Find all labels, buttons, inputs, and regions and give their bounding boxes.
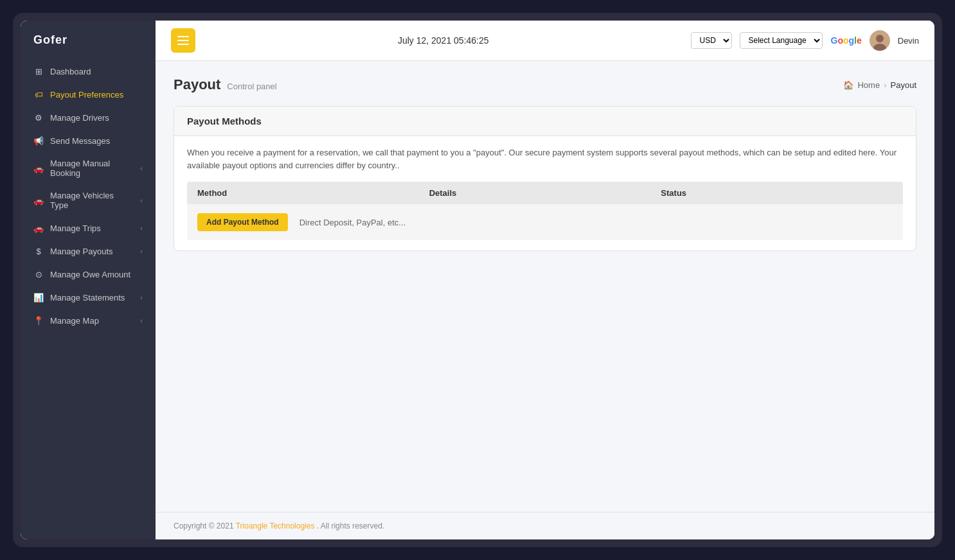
chevron-icon: ‹ bbox=[140, 247, 143, 255]
breadcrumb-separator: › bbox=[884, 80, 886, 90]
add-payout-method-button[interactable]: Add Payout Method bbox=[197, 213, 288, 231]
sidebar-item-manage-statements[interactable]: 📊 Manage Statements ‹ bbox=[21, 286, 156, 309]
app-logo: Gofer bbox=[21, 33, 156, 60]
page-subtitle: Control panel bbox=[227, 82, 276, 91]
page-title: Payout bbox=[174, 76, 220, 93]
manage-drivers-icon: ⚙ bbox=[33, 112, 44, 123]
manage-statements-icon: 📊 bbox=[33, 292, 44, 302]
sidebar-item-manage-drivers[interactable]: ⚙ Manage Drivers bbox=[21, 106, 156, 129]
send-messages-icon: 📢 bbox=[33, 136, 44, 146]
topbar: July 12, 2021 05:46:25 USD Select Langua… bbox=[156, 21, 934, 61]
sidebar-item-label: Manage Payouts bbox=[50, 247, 113, 256]
dashboard-icon: ⊞ bbox=[33, 66, 44, 76]
svg-rect-2 bbox=[177, 44, 189, 45]
footer: Copyright © 2021 Trioangle Technologies … bbox=[156, 512, 934, 539]
breadcrumb-current: Payout bbox=[891, 80, 916, 90]
sidebar-item-label: Dashboard bbox=[50, 67, 91, 76]
menu-button[interactable] bbox=[171, 28, 195, 53]
card-body: When you receive a payment for a reserva… bbox=[174, 136, 916, 250]
page-content: Payout Control panel 🏠 Home › Payout Pay… bbox=[156, 61, 934, 512]
footer-company-link[interactable]: Trioangle Technologies bbox=[236, 521, 315, 530]
sidebar-item-label: Manage Trips bbox=[50, 223, 101, 233]
avatar bbox=[870, 30, 890, 51]
datetime-display: July 12, 2021 05:46:25 bbox=[206, 35, 681, 46]
chevron-icon: ‹ bbox=[140, 293, 143, 301]
page-header: Payout Control panel 🏠 Home › Payout bbox=[174, 76, 916, 93]
username-label: Devin bbox=[898, 36, 919, 46]
manage-trips-icon: 🚗 bbox=[33, 223, 44, 233]
col-details: Details bbox=[429, 188, 661, 198]
sidebar: Gofer ⊞ Dashboard 🏷 Payout Preferences ⚙… bbox=[21, 21, 156, 539]
manage-map-icon: 📍 bbox=[33, 315, 44, 326]
footer-copyright: Copyright © 2021 bbox=[174, 521, 234, 530]
main-content: July 12, 2021 05:46:25 USD Select Langua… bbox=[156, 21, 934, 539]
sidebar-item-label: Manage Manual Booking bbox=[50, 159, 134, 178]
card-header: Payout Methods bbox=[174, 107, 916, 136]
svg-rect-1 bbox=[177, 40, 189, 41]
sidebar-item-label: Manage Drivers bbox=[50, 113, 109, 123]
manage-manual-booking-icon: 🚗 bbox=[33, 163, 44, 173]
card-title: Payout Methods bbox=[187, 116, 903, 127]
manage-payouts-icon: $ bbox=[33, 246, 44, 256]
sidebar-item-manage-manual-booking[interactable]: 🚗 Manage Manual Booking ‹ bbox=[21, 152, 156, 184]
currency-select[interactable]: USD bbox=[691, 32, 732, 49]
page-title-area: Payout Control panel bbox=[174, 76, 277, 93]
col-method: Method bbox=[197, 188, 429, 198]
add-payout-cell: Add Payout Method Direct Deposit, PayPal… bbox=[197, 213, 429, 231]
breadcrumb: 🏠 Home › Payout bbox=[843, 80, 916, 90]
description-text: When you receive a payment for a reserva… bbox=[187, 146, 903, 171]
manage-vehicles-icon: 🚗 bbox=[33, 195, 44, 206]
chevron-icon: ‹ bbox=[140, 197, 143, 204]
google-logo: Google bbox=[830, 35, 861, 46]
hamburger-icon bbox=[177, 35, 189, 46]
chevron-icon: ‹ bbox=[140, 317, 143, 324]
payout-hint: Direct Deposit, PayPal, etc... bbox=[299, 218, 406, 227]
payout-preferences-icon: 🏷 bbox=[33, 89, 44, 100]
sidebar-item-manage-vehicles-type[interactable]: 🚗 Manage Vehicles Type ‹ bbox=[21, 184, 156, 216]
chevron-icon: ‹ bbox=[140, 224, 143, 232]
sidebar-item-dashboard[interactable]: ⊞ Dashboard bbox=[21, 60, 156, 83]
breadcrumb-home-link[interactable]: Home bbox=[857, 80, 880, 90]
sidebar-item-manage-payouts[interactable]: $ Manage Payouts ‹ bbox=[21, 240, 156, 263]
manage-owe-amount-icon: ⊙ bbox=[33, 269, 44, 279]
footer-rights: . All rights reserved. bbox=[317, 521, 384, 530]
chevron-icon: ‹ bbox=[140, 164, 143, 172]
sidebar-item-manage-map[interactable]: 📍 Manage Map ‹ bbox=[21, 309, 156, 332]
sidebar-item-label: Payout Preferences bbox=[50, 90, 123, 100]
sidebar-item-label: Manage Map bbox=[50, 316, 99, 326]
svg-point-4 bbox=[876, 35, 884, 42]
topbar-right: USD Select Language Google bbox=[691, 30, 919, 51]
sidebar-item-label: Send Messages bbox=[50, 136, 110, 146]
sidebar-item-manage-owe-amount[interactable]: ⊙ Manage Owe Amount bbox=[21, 263, 156, 286]
sidebar-item-payout-preferences[interactable]: 🏷 Payout Preferences bbox=[21, 83, 156, 106]
table-header: Method Details Status bbox=[187, 182, 903, 204]
col-status: Status bbox=[661, 188, 893, 198]
payout-methods-card: Payout Methods When you receive a paymen… bbox=[174, 106, 916, 251]
table-row: Add Payout Method Direct Deposit, PayPal… bbox=[187, 204, 903, 240]
sidebar-item-label: Manage Owe Amount bbox=[50, 270, 130, 279]
payout-methods-table: Method Details Status Add Payout Method … bbox=[187, 182, 903, 240]
sidebar-item-send-messages[interactable]: 📢 Send Messages bbox=[21, 129, 156, 152]
sidebar-item-manage-trips[interactable]: 🚗 Manage Trips ‹ bbox=[21, 216, 156, 240]
sidebar-item-label: Manage Vehicles Type bbox=[50, 191, 134, 210]
language-select[interactable]: Select Language bbox=[740, 32, 823, 49]
sidebar-item-label: Manage Statements bbox=[50, 293, 125, 302]
svg-rect-0 bbox=[177, 36, 189, 37]
home-icon: 🏠 bbox=[843, 80, 853, 90]
